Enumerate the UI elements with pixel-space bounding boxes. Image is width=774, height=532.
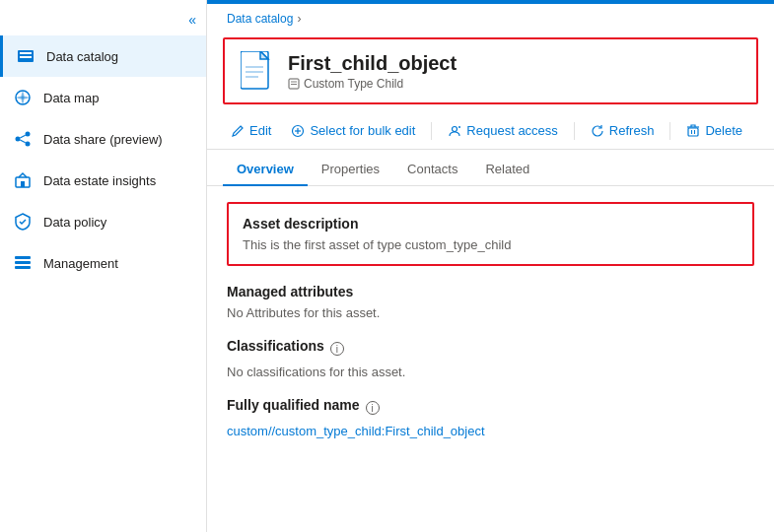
data-catalog-icon bbox=[15, 45, 36, 67]
sidebar-item-data-policy-label: Data policy bbox=[43, 215, 106, 230]
tab-related[interactable]: Related bbox=[471, 154, 543, 186]
managed-attributes-section: Managed attributes No Attributes for thi… bbox=[227, 284, 754, 320]
tab-properties[interactable]: Properties bbox=[308, 154, 393, 186]
svg-point-5 bbox=[16, 137, 21, 142]
main-content: Data catalog › First_child_object Custom… bbox=[207, 0, 774, 532]
management-icon bbox=[12, 252, 34, 274]
svg-rect-16 bbox=[289, 79, 299, 89]
asset-info: First_child_object Custom Type Child bbox=[288, 52, 457, 91]
sidebar-item-management[interactable]: Management bbox=[0, 242, 206, 284]
asset-description-text: This is the first asset of type custom_t… bbox=[243, 237, 739, 252]
classifications-title: Classifications bbox=[227, 338, 324, 354]
classifications-text: No classifications for this asset. bbox=[227, 365, 754, 379]
delete-button[interactable]: Delete bbox=[678, 118, 750, 143]
sidebar-item-data-estate-label: Data estate insights bbox=[43, 173, 156, 188]
svg-rect-10 bbox=[15, 261, 31, 264]
sidebar-item-data-share[interactable]: Data share (preview) bbox=[0, 118, 206, 160]
fqn-title: Fully qualified name bbox=[227, 397, 360, 413]
bulk-edit-button[interactable]: Select for bulk edit bbox=[283, 118, 423, 143]
data-policy-icon bbox=[12, 211, 34, 233]
managed-attributes-text: No Attributes for this asset. bbox=[227, 305, 754, 320]
tab-overview[interactable]: Overview bbox=[223, 154, 308, 186]
toolbar-divider-3 bbox=[669, 122, 670, 140]
breadcrumb-text[interactable]: Data catalog bbox=[227, 12, 293, 26]
fqn-value[interactable]: custom//custom_type_child:First_child_ob… bbox=[227, 424, 754, 438]
asset-type: Custom Type Child bbox=[288, 77, 457, 91]
edit-button[interactable]: Edit bbox=[223, 118, 279, 143]
sidebar-item-data-share-label: Data share (preview) bbox=[43, 132, 163, 147]
data-estate-icon bbox=[12, 169, 34, 191]
svg-point-22 bbox=[453, 126, 457, 131]
data-map-icon bbox=[12, 87, 34, 108]
refresh-button[interactable]: Refresh bbox=[583, 118, 663, 143]
managed-attributes-title: Managed attributes bbox=[227, 284, 754, 299]
toolbar-divider-2 bbox=[574, 122, 575, 140]
sidebar: « Data catalog Data map bbox=[0, 0, 207, 532]
breadcrumb: Data catalog › bbox=[207, 4, 774, 33]
classifications-section: Classifications i No classifications for… bbox=[227, 338, 754, 379]
svg-rect-2 bbox=[20, 56, 32, 58]
breadcrumb-separator: › bbox=[297, 12, 301, 26]
data-share-icon bbox=[12, 128, 34, 150]
fqn-info-icon[interactable]: i bbox=[366, 401, 380, 415]
toolbar-divider-1 bbox=[431, 122, 432, 140]
sidebar-item-data-catalog-label: Data catalog bbox=[46, 49, 118, 64]
sidebar-item-data-map-label: Data map bbox=[43, 91, 99, 105]
svg-rect-1 bbox=[20, 52, 32, 54]
sidebar-item-management-label: Management bbox=[43, 256, 118, 271]
request-access-button[interactable]: Request access bbox=[440, 118, 566, 143]
asset-name: First_child_object bbox=[288, 52, 457, 75]
tabs: Overview Properties Contacts Related bbox=[207, 154, 774, 186]
classifications-info-icon[interactable]: i bbox=[330, 342, 344, 356]
asset-header: First_child_object Custom Type Child bbox=[223, 37, 758, 104]
sidebar-item-data-policy[interactable]: Data policy bbox=[0, 201, 206, 242]
svg-point-4 bbox=[26, 132, 31, 137]
toolbar: Edit Select for bulk edit Request access bbox=[207, 112, 774, 150]
classifications-title-row: Classifications i bbox=[227, 338, 754, 360]
fqn-title-row: Fully qualified name i bbox=[227, 397, 754, 419]
svg-rect-9 bbox=[15, 256, 31, 259]
svg-rect-11 bbox=[15, 266, 31, 269]
fully-qualified-name-section: Fully qualified name i custom//custom_ty… bbox=[227, 397, 754, 438]
asset-description-title: Asset description bbox=[243, 216, 739, 232]
file-icon bbox=[239, 49, 274, 93]
svg-rect-8 bbox=[21, 181, 25, 187]
svg-rect-23 bbox=[688, 128, 698, 136]
tab-contacts[interactable]: Contacts bbox=[393, 154, 471, 186]
sidebar-item-data-estate[interactable]: Data estate insights bbox=[0, 160, 206, 201]
content-area: Asset description This is the first asse… bbox=[207, 186, 774, 532]
sidebar-item-data-catalog[interactable]: Data catalog bbox=[0, 35, 206, 77]
svg-point-6 bbox=[26, 142, 31, 147]
collapse-button[interactable]: « bbox=[0, 8, 206, 35]
asset-description-box: Asset description This is the first asse… bbox=[227, 202, 754, 266]
collapse-icon: « bbox=[188, 12, 196, 28]
sidebar-item-data-map[interactable]: Data map bbox=[0, 77, 206, 118]
